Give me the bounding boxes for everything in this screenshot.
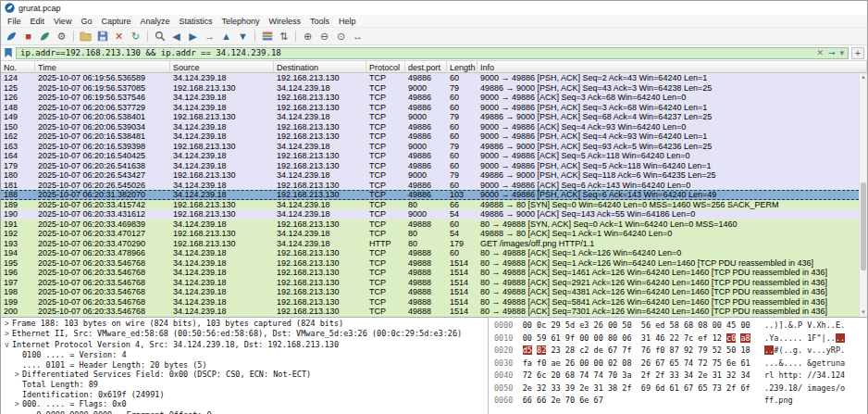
find-packet-icon[interactable]	[152, 29, 167, 44]
go-last-packet-icon[interactable]: ▼	[235, 29, 251, 44]
col-info: 49886 → 9000 [ACK] Seq=143 Ack=55 Win=64…	[477, 209, 859, 220]
close-capture-icon[interactable]: ✕	[111, 29, 127, 44]
hex-line[interactable]: 0030 fa f0 ae 26 00 00 02 08 26 67 65 74…	[494, 358, 867, 370]
packet-row-124[interactable]: 1242025-10-07 06:19:56.53658934.124.239.…	[1, 73, 859, 83]
menu-view[interactable]: View	[49, 17, 76, 26]
filter-add-button[interactable]: +	[851, 47, 864, 59]
packet-row-150[interactable]: 1502025-10-07 06:20:06.53903434.124.239.…	[1, 122, 859, 132]
column-header-protocol[interactable]: Protocol	[366, 61, 405, 73]
menu-statistics[interactable]: Statistics	[174, 17, 217, 26]
menu-analyze[interactable]: Analyze	[135, 17, 174, 26]
auto-scroll-icon[interactable]: ⇅	[276, 29, 291, 44]
hex-line[interactable]: 0050 2e 32 33 39 2e 31 38 2f 69 6d 61 67…	[494, 383, 867, 395]
detail-line[interactable]: vInternet Protocol Version 4, Src: 34.12…	[3, 340, 488, 350]
hex-byte: 7f	[622, 345, 631, 355]
column-header-no[interactable]: No.	[1, 61, 35, 73]
packet-row-195[interactable]: 1952025-10-07 06:20:33.54676834.124.239.…	[1, 258, 859, 269]
detail-line[interactable]: 0100 .... = Version: 4	[3, 350, 488, 359]
detail-line[interactable]: >Frame 188: 103 bytes on wire (824 bits)…	[3, 319, 488, 329]
column-header-destination[interactable]: Destination	[274, 61, 366, 73]
menu-go[interactable]: Go	[76, 17, 96, 26]
packet-row-188[interactable]: 1882025-10-07 06:20:31.38207034.124.239.…	[1, 190, 859, 200]
packet-row-164[interactable]: 1642025-10-07 06:20:16.54042534.124.239.…	[1, 151, 859, 161]
zoom-in-icon[interactable]: ⊕	[300, 29, 316, 44]
packet-row-198[interactable]: 1982025-10-07 06:20:33.54676834.124.239.…	[1, 287, 859, 297]
zoom-out-icon[interactable]: ⊖	[316, 29, 332, 44]
column-header-source[interactable]: Source	[170, 61, 274, 73]
menu-tools[interactable]: Tools	[305, 17, 334, 26]
reload-capture-icon[interactable]: ↻	[128, 29, 143, 44]
packet-row-196[interactable]: 1962025-10-07 06:20:33.54676834.124.239.…	[1, 268, 859, 278]
menu-telephony[interactable]: Telephony	[217, 17, 264, 26]
packet-row-162[interactable]: 1622025-10-07 06:20:16.53848134.124.239.…	[1, 132, 859, 142]
scrollbar-down-icon[interactable]: ▼	[860, 308, 867, 317]
detail-line[interactable]: >Differentiated Services Field: 0x00 (DS…	[3, 370, 488, 380]
detail-line[interactable]: Identification: 0x619f (24991)	[3, 390, 488, 399]
packet-row-125[interactable]: 1252025-10-07 06:19:56.537085192.168.213…	[1, 83, 859, 94]
packet-row-199[interactable]: 1992025-10-07 06:20:33.54676834.124.239.…	[1, 297, 859, 307]
expand-icon[interactable]: >	[15, 370, 22, 380]
hex-line[interactable]: 0000 00 0c 29 5d e3 26 00 50 56 ed 58 68…	[494, 320, 867, 332]
column-header-length[interactable]: Length	[447, 61, 477, 73]
detail-line[interactable]: ...0 0000 0000 0000 = Fragment Offset: 0	[3, 410, 488, 414]
display-filter-input[interactable]: ip.addr==192.168.213.130 && ip.addr == 3…	[16, 47, 849, 59]
hex-byte: 2f	[641, 370, 651, 380]
open-capture-icon[interactable]	[78, 29, 93, 44]
column-header-time[interactable]: Time	[35, 61, 170, 73]
filter-dropdown-icon[interactable]: ▾	[839, 48, 844, 57]
filter-bookmark-icon[interactable]	[4, 47, 13, 58]
colorize-packets-icon[interactable]	[259, 29, 275, 44]
go-forward-icon[interactable]: ▶	[185, 29, 201, 44]
packet-list-scrollbar[interactable]: ▲ ▼	[859, 73, 867, 317]
expand-icon[interactable]: >	[5, 330, 12, 339]
packet-row-197[interactable]: 1972025-10-07 06:20:33.54676834.124.239.…	[1, 278, 859, 288]
packet-row-180[interactable]: 1802025-10-07 06:20:26.543427192.168.213…	[1, 170, 859, 181]
column-header-destport[interactable]: dest.port	[405, 61, 447, 73]
scrollbar-thumb[interactable]	[861, 182, 866, 270]
filter-clear-icon[interactable]: ✕	[816, 48, 824, 57]
go-back-icon[interactable]: ◀	[168, 29, 184, 44]
start-capture-icon[interactable]	[4, 29, 19, 44]
expand-icon[interactable]: >	[5, 320, 12, 329]
hex-line[interactable]: 0040 72 6c 20 68 74 74 70 3a 2f 2f 33 34…	[494, 370, 867, 383]
menu-capture[interactable]: Capture	[96, 17, 135, 26]
packet-row-163[interactable]: 1632025-10-07 06:20:16.539398192.168.213…	[1, 142, 859, 152]
menu-edit[interactable]: Edit	[26, 17, 50, 26]
packet-row-148[interactable]: 1482025-10-07 06:20:06.53772934.124.239.…	[1, 103, 859, 113]
packet-row-189[interactable]: 1892025-10-07 06:20:33.415742192.168.213…	[1, 200, 859, 210]
detail-line[interactable]: .... 0101 = Header Length: 20 bytes (5)	[3, 360, 488, 370]
go-to-packet-icon[interactable]: →	[202, 29, 217, 44]
hex-line[interactable]: 0060 66 66 2e 70 6e 67 ff.png	[494, 395, 867, 408]
detail-line[interactable]: >Ethernet II, Src: VMware_ed:58:68 (00:5…	[3, 329, 488, 339]
collapse-icon[interactable]: v	[5, 341, 12, 350]
filter-apply-icon[interactable]: →	[828, 48, 836, 57]
save-capture-icon[interactable]	[94, 29, 110, 44]
stop-capture-icon[interactable]: ■	[20, 29, 36, 44]
packet-row-149[interactable]: 1492025-10-07 06:20:06.538401192.168.213…	[1, 112, 859, 122]
menu-wireless[interactable]: Wireless	[265, 17, 306, 26]
capture-options-icon[interactable]: ⚙	[54, 29, 69, 44]
menu-help[interactable]: Help	[334, 17, 361, 26]
scrollbar-up-icon[interactable]: ▲	[860, 73, 867, 82]
col-destination: 192.168.213.130	[274, 287, 366, 297]
menu-file[interactable]: File	[3, 17, 26, 26]
expand-icon[interactable]: >	[15, 400, 22, 409]
resize-columns-icon[interactable]: ↔	[350, 29, 366, 44]
restart-capture-icon[interactable]	[37, 29, 53, 44]
zoom-100-icon[interactable]: ⊙	[333, 29, 349, 44]
hex-line[interactable]: 0010 00 59 61 9f 00 00 80 06 31 46 22 7c…	[494, 332, 867, 345]
packet-row-194[interactable]: 1942025-10-07 06:20:33.47896634.124.239.…	[1, 248, 859, 258]
detail-line[interactable]: Total Length: 89	[3, 380, 488, 389]
packet-row-126[interactable]: 1262025-10-07 06:19:56.53754634.124.239.…	[1, 93, 859, 103]
column-header-info[interactable]: Info	[477, 61, 867, 73]
packet-row-181[interactable]: 1812025-10-07 06:20:26.54502634.124.239.…	[1, 181, 859, 191]
hex-line[interactable]: 0020 d5 82 23 28 c2 de 67 7f 76 f0 87 92…	[494, 345, 867, 358]
packet-row-191[interactable]: 1912025-10-07 06:20:33.46983934.124.239.…	[1, 220, 859, 230]
go-first-packet-icon[interactable]: ▲	[218, 29, 234, 44]
packet-row-192[interactable]: 1922025-10-07 06:20:33.470127192.168.213…	[1, 229, 859, 239]
detail-line[interactable]: >000. .... = Flags: 0x0	[3, 399, 488, 409]
packet-row-179[interactable]: 1792025-10-07 06:20:26.54163834.124.239.…	[1, 161, 859, 171]
packet-row-190[interactable]: 1902025-10-07 06:20:33.431612192.168.213…	[1, 209, 859, 220]
packet-row-200[interactable]: 2002025-10-07 06:20:33.54676834.124.239.…	[1, 307, 859, 317]
packet-row-193[interactable]: 1932025-10-07 06:20:33.470290192.168.213…	[1, 239, 859, 249]
